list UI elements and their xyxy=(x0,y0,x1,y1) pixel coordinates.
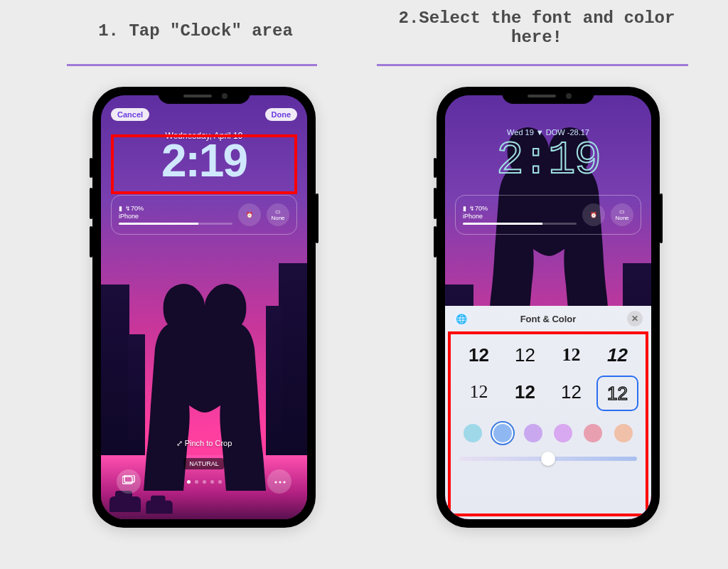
swatch-4[interactable] xyxy=(584,424,602,442)
volume-down xyxy=(434,226,437,257)
battery-pct: ↯70% xyxy=(469,205,488,213)
power-button xyxy=(316,193,318,243)
editor-topbar: Cancel Done xyxy=(111,108,297,121)
phone-2-screen: Wed 19 ▼ DOW -28.17 2:19 ▮ ↯70% iPhone ⏰… xyxy=(445,95,651,519)
swatch-3[interactable] xyxy=(554,424,572,442)
close-icon: ✕ xyxy=(631,314,638,324)
locale-button[interactable]: 🌐 xyxy=(454,311,469,326)
photos-icon xyxy=(122,475,135,488)
font-grid: 12 12 12 12 12 12 12 12 xyxy=(445,331,651,414)
battery-widget[interactable]: ▮ ↯70% iPhone xyxy=(119,205,232,225)
clock-area[interactable]: 2:19 xyxy=(445,138,651,184)
volume-up xyxy=(434,188,437,219)
calendar-none-label: None xyxy=(271,215,284,221)
slider-thumb[interactable] xyxy=(541,452,555,466)
font-option-6[interactable]: 12 xyxy=(550,376,592,408)
step1-underline xyxy=(67,64,317,66)
phone-1-screen: Cancel Done Wednesday, April 19 2:19 ▮ ↯… xyxy=(101,95,307,519)
font-option-1[interactable]: 12 xyxy=(504,339,546,371)
font-option-5[interactable]: 12 xyxy=(504,376,546,408)
battery-device: iPhone xyxy=(463,213,577,220)
pinch-to-crop-hint: ⤢ Pinch to Crop xyxy=(101,439,307,448)
font-option-7[interactable]: 12 xyxy=(596,376,638,411)
font-option-3[interactable]: 12 xyxy=(596,339,638,371)
battery-device: iPhone xyxy=(119,213,232,220)
filter-tag-natural[interactable]: NATURAL xyxy=(183,458,224,469)
alarm-widget[interactable]: ⏰ xyxy=(582,203,605,226)
font-option-0[interactable]: 12 xyxy=(458,339,500,371)
step2-underline xyxy=(377,64,688,66)
battery-icon: ▮ xyxy=(119,205,122,213)
step1-caption: 1. Tap "Clock" area xyxy=(78,21,313,41)
vibrance-slider[interactable] xyxy=(459,457,637,461)
swatch-5[interactable] xyxy=(614,424,633,442)
clock-area[interactable]: 2:19 xyxy=(101,138,307,184)
cancel-button[interactable]: Cancel xyxy=(111,108,149,121)
font-color-sheet: 🌐 Font & Color ✕ 12 12 12 12 12 12 12 12 xyxy=(445,306,651,519)
volume-up xyxy=(90,188,92,219)
phone-2-frame: Wed 19 ▼ DOW -28.17 2:19 ▮ ↯70% iPhone ⏰… xyxy=(437,87,660,528)
calendar-none-label: None xyxy=(615,215,628,221)
swatch-0[interactable] xyxy=(464,424,482,442)
calendar-icon: ▭ xyxy=(619,208,625,215)
phone-1-frame: Cancel Done Wednesday, April 19 2:19 ▮ ↯… xyxy=(92,87,316,528)
widgets-panel[interactable]: ▮ ↯70% iPhone ⏰ ▭ None xyxy=(111,195,297,235)
photo-shuffle-button[interactable] xyxy=(117,469,141,494)
alarm-icon: ⏰ xyxy=(246,212,253,218)
calendar-widget[interactable]: ▭ None xyxy=(611,203,633,226)
battery-pct: ↯70% xyxy=(125,205,144,213)
notch xyxy=(158,87,250,104)
calendar-widget[interactable]: ▭ None xyxy=(267,203,289,226)
widgets-panel[interactable]: ▮ ↯70% iPhone ⏰ ▭ None xyxy=(455,195,641,235)
color-row xyxy=(445,414,651,447)
font-option-4[interactable]: 12 xyxy=(458,376,500,408)
volume-down xyxy=(90,226,92,257)
more-button[interactable]: ⋯ xyxy=(267,469,291,494)
mute-switch xyxy=(434,158,437,178)
mute-switch xyxy=(90,158,92,178)
step2-caption: 2.Select the font and color here! xyxy=(395,9,679,47)
couple-silhouette xyxy=(136,256,272,491)
alarm-icon: ⏰ xyxy=(590,212,597,218)
battery-icon: ▮ xyxy=(463,205,466,213)
swatch-2[interactable] xyxy=(524,424,542,442)
alarm-widget[interactable]: ⏰ xyxy=(238,203,261,226)
done-button[interactable]: Done xyxy=(265,108,298,121)
battery-widget[interactable]: ▮ ↯70% iPhone xyxy=(463,205,577,225)
power-button xyxy=(660,193,663,243)
sheet-title: Font & Color xyxy=(520,314,577,324)
swatch-1[interactable] xyxy=(493,424,512,442)
notch xyxy=(502,87,594,104)
close-button[interactable]: ✕ xyxy=(627,311,643,326)
ellipsis-icon: ⋯ xyxy=(274,474,286,489)
calendar-icon: ▭ xyxy=(275,208,281,215)
font-option-2[interactable]: 12 xyxy=(550,339,592,371)
globe-icon: 🌐 xyxy=(456,314,467,324)
